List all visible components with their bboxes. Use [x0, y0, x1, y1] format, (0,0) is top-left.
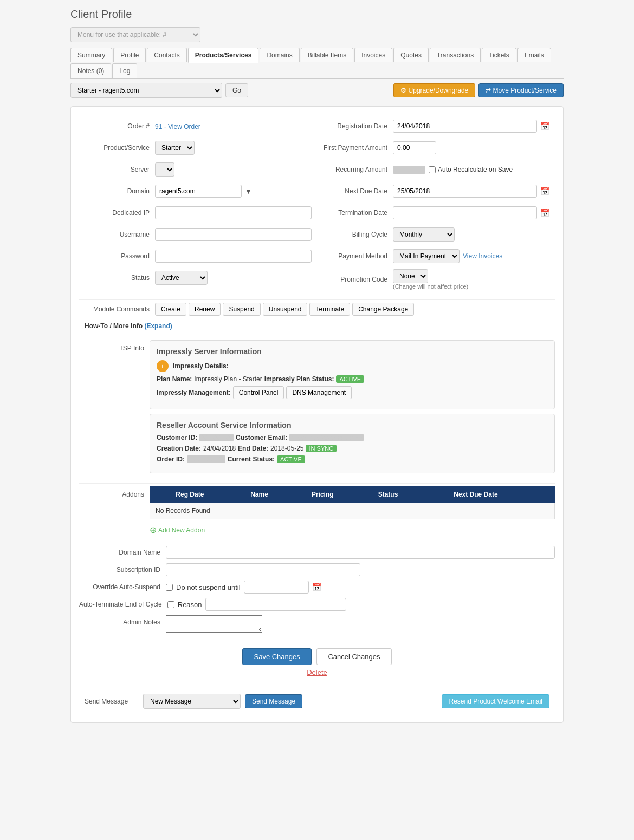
server-row: Server — [85, 161, 312, 178]
reason-input[interactable] — [205, 598, 346, 611]
promo-code-select[interactable]: None — [393, 269, 428, 283]
add-addon-button[interactable]: ⊕ Add New Addon — [150, 523, 205, 537]
top-menu-select[interactable]: Menu for use that applicable: # — [70, 27, 200, 42]
plan-status-label: Impressly Plan Status: — [264, 375, 334, 383]
view-invoices-link[interactable]: View Invoices — [463, 252, 502, 260]
reseller-order-row: Order ID: XXXXXXXX Current Status: ACTIV… — [157, 455, 548, 463]
tab-transactions[interactable]: Transactions — [430, 48, 481, 62]
registration-date-label: Registration Date — [322, 122, 393, 130]
divider-1 — [79, 299, 555, 300]
insync-badge: IN SYNC — [306, 445, 337, 452]
plan-name-value: Impressly Plan - Starter — [194, 375, 262, 383]
cmd-unsuspend[interactable]: Unsuspend — [263, 303, 308, 316]
delete-link[interactable]: Delete — [85, 668, 549, 676]
password-row: Password — [85, 248, 312, 265]
subscription-id-label: Subscription ID — [79, 566, 166, 574]
registration-date-input[interactable] — [393, 120, 537, 133]
go-button[interactable]: Go — [225, 83, 248, 97]
tab-quotes[interactable]: Quotes — [393, 48, 429, 62]
status-row: Status Active Suspended Terminated Pendi… — [85, 269, 312, 286]
tab-tickets[interactable]: Tickets — [482, 48, 516, 62]
impressly-title: Impressly Server Information — [157, 347, 548, 356]
howto-expand-link[interactable]: (Expand) — [144, 322, 172, 330]
promo-code-row: Promotion Code None (Change will not aff… — [322, 269, 549, 290]
tab-invoices[interactable]: Invoices — [354, 48, 392, 62]
admin-notes-textarea[interactable] — [166, 615, 262, 633]
send-message-button[interactable]: Send Message — [245, 694, 302, 708]
order-id-label: Order ID: — [157, 455, 185, 463]
cmd-renew[interactable]: Renew — [189, 303, 221, 316]
reseller-dates-row: Creation Date: 24/04/2018 End Date: 2018… — [157, 445, 548, 452]
tab-products-services[interactable]: Products/Services — [188, 48, 259, 63]
status-select[interactable]: Active Suspended Terminated Pending — [155, 271, 208, 285]
domain-input[interactable] — [155, 185, 242, 198]
domain-name-input[interactable] — [166, 546, 555, 559]
registration-date-row: Registration Date 📅 — [322, 118, 549, 135]
impressly-icon: i — [157, 360, 169, 372]
admin-notes-label: Admin Notes — [79, 615, 166, 634]
isp-info-label: ISP Info — [79, 340, 150, 478]
dns-management-button[interactable]: DNS Management — [286, 386, 352, 399]
resend-welcome-email-button[interactable]: Resend Product Welcome Email — [442, 694, 549, 708]
product-select[interactable]: Starter - ragent5.com — [70, 83, 222, 98]
auto-recalculate-checkbox[interactable] — [429, 166, 436, 173]
billing-cycle-select[interactable]: Monthly Quarterly Semi-Annually Annually — [393, 227, 455, 242]
cmd-create[interactable]: Create — [155, 303, 186, 316]
subscription-id-input[interactable] — [166, 563, 360, 576]
auto-terminate-row: Auto-Terminate End of Cycle Reason — [79, 598, 555, 611]
do-not-suspend-date-input[interactable] — [244, 581, 309, 594]
cmd-change-package[interactable]: Change Package — [352, 303, 414, 316]
payment-method-select[interactable]: Mail In Payment Credit Card PayPal — [393, 249, 460, 263]
registration-date-calendar-icon[interactable]: 📅 — [540, 122, 549, 131]
tab-notes[interactable]: Notes (0) — [70, 63, 111, 78]
customer-id-label: Customer ID: — [157, 434, 197, 441]
control-panel-button[interactable]: Control Panel — [233, 386, 284, 399]
cmd-terminate[interactable]: Terminate — [309, 303, 350, 316]
tab-log[interactable]: Log — [112, 63, 137, 78]
form-right-col: Registration Date 📅 First Payment Amount… — [317, 115, 555, 297]
send-message-row: Send Message New Message Welcome Email S… — [79, 688, 555, 714]
tab-profile[interactable]: Profile — [113, 48, 146, 62]
send-message-select[interactable]: New Message Welcome Email — [143, 694, 241, 709]
move-product-button[interactable]: ⇄ Move Product/Service — [478, 83, 564, 97]
next-due-date-input[interactable] — [393, 185, 537, 198]
addons-no-records-row: No Records Found — [150, 503, 555, 519]
tab-domains[interactable]: Domains — [260, 48, 299, 62]
dedicated-ip-input[interactable] — [155, 206, 312, 219]
save-changes-button[interactable]: Save Changes — [242, 648, 311, 665]
status-label: Status — [85, 274, 155, 282]
auto-terminate-checkbox[interactable] — [167, 601, 174, 608]
upgrade-downgrade-button[interactable]: ⚙ Upgrade/Downgrade — [393, 83, 475, 97]
product-service-select[interactable]: Starter — [155, 141, 195, 155]
next-due-date-calendar-icon[interactable]: 📅 — [540, 187, 549, 196]
impressly-plan-row: Plan Name: Impressly Plan - Starter Impr… — [157, 375, 548, 383]
cmd-suspend[interactable]: Suspend — [223, 303, 260, 316]
recurring-amount-blurred — [393, 166, 425, 174]
do-not-suspend-calendar-icon[interactable]: 📅 — [312, 583, 321, 591]
nav-tabs: Summary Profile Contacts Products/Servic… — [70, 48, 564, 79]
first-payment-input[interactable] — [393, 141, 436, 154]
password-input[interactable] — [155, 250, 312, 263]
username-input[interactable] — [155, 228, 312, 241]
view-order-link[interactable]: 91 - View Order — [155, 123, 200, 131]
addons-col-status: Status — [357, 487, 420, 503]
tab-emails[interactable]: Emails — [517, 48, 551, 62]
server-select[interactable] — [155, 162, 174, 177]
plan-name-label: Plan Name: — [157, 375, 192, 383]
product-service-row: Product/Service Starter — [85, 139, 312, 157]
addons-col-next-due: Next Due Date — [419, 487, 532, 503]
termination-date-input[interactable] — [393, 206, 537, 219]
dedicated-ip-label: Dedicated IP — [85, 209, 155, 217]
cancel-changes-button[interactable]: Cancel Changes — [316, 648, 391, 665]
tab-contacts[interactable]: Contacts — [147, 48, 186, 62]
termination-date-calendar-icon[interactable]: 📅 — [540, 209, 549, 217]
domain-dropdown-icon[interactable]: ▼ — [245, 187, 252, 196]
divider-4 — [79, 543, 555, 543]
send-message-label: Send Message — [85, 698, 139, 705]
impressly-box: Impressly Server Information i Impressly… — [150, 340, 555, 409]
override-auto-suspend-checkbox[interactable] — [166, 584, 173, 591]
tab-summary[interactable]: Summary — [70, 48, 112, 62]
addons-label: Addons — [79, 486, 150, 537]
tab-billable-items[interactable]: Billable Items — [301, 48, 353, 62]
recurring-amount-row: Recurring Amount Auto Recalculate on Sav… — [322, 161, 549, 178]
